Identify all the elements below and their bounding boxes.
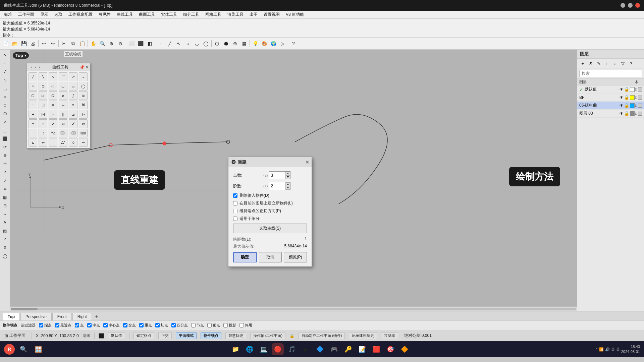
tb-redo[interactable]: ↪ — [49, 39, 57, 48]
ct-btn-48[interactable]: ⊸ — [79, 138, 88, 147]
layer-color-swatch-bf[interactable] — [630, 95, 635, 100]
tb-render[interactable]: ⬛ — [136, 39, 145, 48]
ct-btn-38[interactable]: ⌇ — [39, 129, 47, 137]
snap-project[interactable]: 投影 — [223, 323, 236, 328]
checkbox-subd-cb[interactable] — [233, 217, 237, 221]
menu-curve-tools[interactable]: 曲线工具 — [114, 11, 136, 18]
rebuild-ok-button[interactable]: 确定 — [233, 252, 257, 262]
menu-select[interactable]: 选取 — [52, 11, 65, 18]
ct-btn-47[interactable]: ≎ — [69, 138, 77, 147]
curve-tools-pin[interactable]: 📌 — [79, 65, 85, 70]
tray-network[interactable]: 📶 — [599, 347, 604, 352]
lt-freeform[interactable]: ≋ — [1, 118, 9, 126]
sb-filter[interactable]: 过滤器 — [381, 332, 398, 339]
tb-line[interactable]: ╱ — [165, 39, 174, 48]
ct-btn-18[interactable]: ≋ — [79, 91, 88, 100]
snap-nearest[interactable]: 最近点 — [55, 323, 71, 328]
tb-new[interactable]: 📄 — [1, 39, 10, 48]
tb-ellipse[interactable]: ◯ — [202, 39, 210, 48]
vp-tab-perspective[interactable]: Perspective — [20, 313, 52, 320]
scrollbar-thumb[interactable] — [11, 308, 38, 310]
ct-btn-19[interactable]: ⋅ — [29, 101, 37, 109]
snap-filter[interactable]: 选过滤器 — [21, 323, 36, 328]
snap-vertex[interactable]: 顶点 — [207, 323, 220, 328]
tray-input-method[interactable]: 英 — [616, 347, 620, 352]
lt-hatch[interactable]: ▨ — [1, 227, 9, 235]
snap-intersect[interactable]: 交点 — [123, 323, 136, 328]
checkbox-tangent-cb[interactable] — [233, 209, 237, 213]
layers-filter-icon[interactable]: ▽ — [620, 60, 626, 67]
menu-display[interactable]: 显示 — [38, 11, 51, 18]
menu-workplane[interactable]: 工作平面 — [15, 11, 37, 18]
lt-move[interactable]: ✛ — [1, 160, 9, 168]
sb-obj-snap[interactable]: 物件锁点 — [201, 332, 221, 339]
tb-loft[interactable]: ⬢ — [222, 39, 230, 48]
tb-wire[interactable]: ⬜ — [127, 39, 136, 48]
lt-plane[interactable]: ⬜ — [1, 126, 9, 134]
layer-color-swatch[interactable] — [630, 87, 635, 92]
layer-material-icon[interactable]: □ — [635, 87, 637, 91]
rebuild-preview-button[interactable]: 预览(P) — [284, 252, 307, 262]
menu-v8-new[interactable]: V8 新功能 — [283, 11, 307, 18]
ct-btn-11[interactable]: ⌓ — [69, 82, 77, 90]
snap-vertex-cb[interactable] — [207, 323, 212, 327]
ct-btn-5[interactable]: ↗ — [69, 72, 77, 81]
tray-arrow[interactable]: ^ — [596, 347, 598, 351]
vp-tab-add-button[interactable]: + — [93, 312, 101, 320]
lt-point[interactable]: · — [1, 59, 9, 67]
lt-arc[interactable]: ◡ — [1, 84, 9, 93]
ct-btn-32[interactable]: ↔ — [39, 119, 47, 128]
ct-btn-23[interactable]: ≡ — [69, 101, 77, 109]
ct-btn-37[interactable]: ⋯ — [29, 129, 37, 137]
point-count-input[interactable] — [269, 172, 285, 178]
snap-point[interactable]: 点 — [75, 323, 84, 328]
rebuild-cancel-button[interactable]: 取消 — [259, 252, 282, 262]
layer-material-icon-03[interactable]: □ — [635, 112, 637, 115]
snap-intersect-cb[interactable] — [123, 323, 127, 327]
ct-btn-2[interactable]: ╲ — [39, 72, 47, 81]
taskbar-app-target[interactable]: 🎯 — [384, 343, 396, 355]
snap-disable-cb[interactable] — [239, 323, 244, 327]
lt-cancel[interactable]: ✗ — [1, 244, 9, 252]
lt-rotate[interactable]: ↺ — [1, 168, 9, 176]
tb-help[interactable]: ? — [289, 39, 298, 48]
ct-btn-31[interactable]: ⌤ — [29, 119, 37, 128]
layers-search-input[interactable] — [579, 70, 642, 77]
taskbar-blue-app[interactable]: 🔷 — [314, 343, 326, 355]
tb-curve[interactable]: ∿ — [174, 39, 183, 48]
taskbar-play[interactable]: ▶ — [300, 343, 312, 355]
tb-undo[interactable]: ↩ — [40, 39, 48, 48]
sb-auto-align[interactable]: 自动对齐工作平面 (物件) — [299, 332, 345, 339]
menu-visibility[interactable]: 可见性 — [96, 11, 113, 18]
ct-btn-43[interactable]: ⊾ — [29, 138, 37, 147]
point-count-up[interactable]: ▲ — [285, 172, 290, 175]
sb-default-label[interactable]: 默认值 — [108, 332, 125, 339]
sb-orthogonal[interactable]: 正交 — [158, 332, 172, 339]
lt-check[interactable]: ✓ — [1, 235, 9, 243]
tb-bool[interactable]: ⊕ — [231, 39, 239, 48]
ct-btn-41[interactable]: ⌫ — [69, 129, 77, 137]
layer-color-swatch-03[interactable] — [630, 111, 635, 116]
sb-lock-grid[interactable]: 锁定格点 — [133, 332, 154, 339]
sb-record[interactable]: 记录建构历史 — [349, 332, 377, 339]
lt-polygon[interactable]: ⬡ — [1, 110, 9, 118]
snap-perp-cb[interactable] — [139, 323, 144, 327]
tb-circle[interactable]: ○ — [183, 39, 192, 48]
tray-keyboard[interactable]: 英 — [611, 347, 615, 352]
taskbar-search[interactable]: 🔍 — [17, 343, 30, 355]
menu-render-tools[interactable]: 渲染工具 — [225, 11, 246, 18]
lt-mirror[interactable]: ⇔ — [1, 185, 9, 193]
snap-endpoint[interactable]: 端点 — [39, 323, 52, 328]
curve-tools-header[interactable]: ⋮⋮⋮ 曲线工具 📌 × — [27, 63, 90, 71]
taskbar-task-view[interactable]: 🪟 — [32, 343, 44, 355]
tb-light[interactable]: 💡 — [251, 39, 260, 48]
rebuild-close-button[interactable]: × — [306, 159, 309, 165]
ct-btn-30[interactable]: ⊳ — [79, 110, 88, 119]
checkbox-new-layer-cb[interactable] — [233, 201, 237, 205]
snap-project-cb[interactable] — [223, 323, 228, 327]
snap-endpoint-cb[interactable] — [39, 323, 43, 327]
taskbar-edge[interactable]: 🌐 — [244, 343, 256, 355]
ct-btn-14[interactable]: ▷ — [39, 91, 47, 100]
lt-grid[interactable]: ⊞ — [1, 202, 9, 210]
lt-rect[interactable]: □ — [1, 101, 9, 109]
